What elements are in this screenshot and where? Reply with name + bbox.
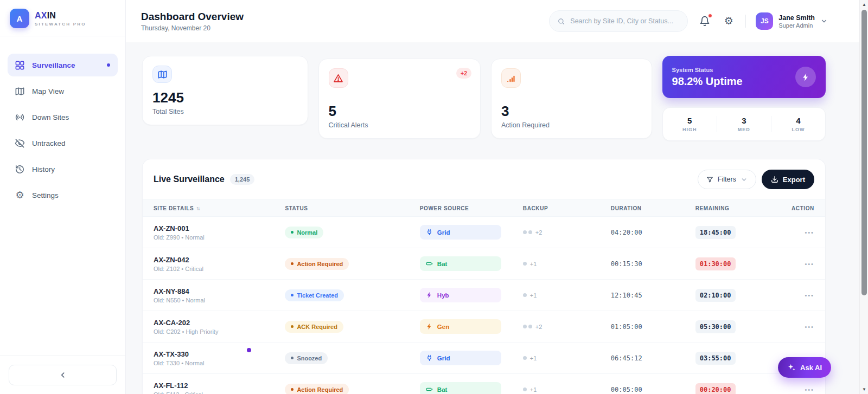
row-actions-button[interactable]: ••• (805, 229, 814, 236)
site-old-info: Old: T330 • Normal (154, 360, 205, 366)
remaining-cell: 18:45:00 (695, 226, 781, 239)
backup-dots (523, 262, 527, 266)
site-details-cell: AX-NY-884 Old: N550 • Normal (154, 287, 285, 303)
power-source-icon (426, 292, 433, 299)
duration-value: 12:10:45 (611, 292, 642, 299)
power-source-chip: Hyb (420, 288, 501, 302)
scrollbar-down-arrow[interactable]: ▼ (860, 387, 868, 392)
remaining-cell: 03:55:00 (695, 352, 781, 365)
status-badge: Snoozed (285, 352, 328, 364)
status-badge: Normal (285, 227, 323, 238)
critical-alerts-card[interactable]: +2 5 Critical Alerts (318, 59, 481, 139)
row-actions-button[interactable]: ••• (805, 261, 814, 267)
row-actions-button[interactable]: ••• (805, 324, 814, 330)
sort-icon: ↑↓ (196, 205, 199, 211)
remaining-value: 03:55:00 (695, 352, 736, 365)
power-source-chip: Grid (420, 351, 501, 365)
power-source-chip: Bat (420, 382, 501, 394)
duration-cell: 01:05:00 (611, 323, 695, 331)
site-id: AX-NY-884 (154, 287, 205, 295)
table-row[interactable]: AX-NY-884 Old: N550 • Normal Ticket Crea… (143, 280, 825, 311)
sparkle-icon (787, 363, 796, 372)
column-power-source: Power Source (420, 205, 523, 211)
remaining-cell: 00:20:00 (695, 383, 781, 394)
remaining-value: 01:30:00 (695, 257, 736, 270)
sidebar-item-map-view[interactable]: Map View (8, 80, 118, 102)
sidebar-item-surveillance[interactable]: Surveillance (8, 54, 118, 76)
download-icon (771, 176, 778, 183)
avatar: JS (756, 12, 773, 30)
ask-ai-label: Ask AI (800, 364, 822, 372)
user-menu[interactable]: JS Jane Smith Super Admin (756, 12, 828, 30)
backup-count: +1 (530, 261, 537, 267)
site-id: AX-ZN-001 (154, 224, 205, 232)
status-column: System Status 98.2% Uptime 5 HIGH 3 MED (662, 56, 826, 141)
backup-dots (523, 293, 527, 297)
sidebar-item-history[interactable]: History (8, 158, 118, 180)
backup-cell: +1 (523, 386, 611, 393)
table-row[interactable]: AX-ZN-001 Old: Z990 • Normal Normal Grid… (143, 217, 825, 248)
search-input[interactable] (570, 17, 680, 25)
ask-ai-button[interactable]: Ask AI (778, 357, 831, 378)
eye-off-icon (15, 138, 25, 148)
table-row[interactable]: AX-CA-202 Old: C202 • High Priority ACK … (143, 311, 825, 343)
filters-label: Filters (718, 176, 736, 183)
table-column-headers: Site Details↑↓ Status Power Source Backu… (143, 199, 825, 217)
brand-name: AXIN (35, 11, 86, 21)
status-cell: Snoozed (285, 352, 419, 364)
live-surveillance-panel: Live Surveillance 1,245 Filters Export S… (142, 159, 826, 394)
scrollbar-up-arrow[interactable]: ▲ (860, 2, 868, 7)
page-scrollbar[interactable]: ▲ ▼ (859, 0, 868, 394)
column-action: Action (781, 205, 814, 211)
power-source-icon (426, 323, 433, 330)
stat-cards-row: 1245 Total Sites +2 5 Critical Alerts 3 (142, 56, 826, 141)
column-status: Status (285, 205, 419, 211)
scrollbar-thumb[interactable] (861, 10, 867, 295)
power-source-icon (426, 386, 433, 393)
sidebar-item-settings[interactable]: ⚙ Settings (8, 184, 118, 206)
backup-cell: +2 (523, 229, 611, 236)
status-dot (291, 262, 293, 265)
duration-cell: 00:15:30 (611, 260, 695, 268)
severity-med-value: 3 (717, 116, 771, 125)
row-actions-button[interactable]: ••• (805, 386, 814, 393)
dashboard-grid-icon (15, 60, 25, 70)
status-badge: Action Required (285, 258, 349, 270)
funnel-icon (706, 176, 713, 183)
table-row[interactable]: AX-FL-112 Old: F112 • Critical Action Re… (143, 374, 825, 394)
total-sites-card[interactable]: 1245 Total Sites (142, 56, 308, 125)
status-badge: Action Required (285, 384, 349, 394)
sidebar-collapse-button[interactable] (9, 365, 117, 385)
total-sites-value: 1245 (152, 89, 298, 106)
site-old-info: Old: Z990 • Normal (154, 234, 205, 241)
sidebar-item-label: Map View (32, 87, 64, 95)
column-site-details[interactable]: Site Details↑↓ (154, 205, 285, 211)
site-id: AX-TX-330 (154, 350, 205, 358)
settings-button[interactable]: ⚙ (722, 14, 736, 28)
remaining-cell: 02:10:00 (695, 289, 781, 302)
site-id: AX-CA-202 (154, 319, 218, 327)
power-source-cell: Gen (420, 319, 523, 334)
duration-value: 00:15:30 (611, 260, 642, 268)
sidebar-item-untracked[interactable]: Untracked (8, 132, 118, 154)
status-dot (291, 294, 293, 296)
system-status-card[interactable]: System Status 98.2% Uptime (662, 56, 826, 98)
row-actions-button[interactable]: ••• (805, 292, 814, 299)
sidebar-nav: Surveillance Map View Down Sites Untrack… (0, 50, 125, 356)
status-cell: ACK Required (285, 321, 419, 333)
action-cell: ••• (781, 292, 814, 299)
table-row[interactable]: AX-ZN-042 Old: Z102 • Critical Action Re… (143, 248, 825, 280)
search-box[interactable] (549, 10, 688, 32)
power-source-icon (426, 229, 433, 236)
backup-dots (523, 356, 527, 360)
table-count-badge: 1,245 (230, 174, 255, 185)
backup-count: +1 (530, 355, 537, 361)
status-badge: ACK Required (285, 321, 343, 333)
filters-button[interactable]: Filters (698, 170, 756, 189)
export-button[interactable]: Export (762, 170, 814, 189)
table-row[interactable]: AX-TX-330 Old: T330 • Normal Snoozed Gri… (143, 343, 825, 374)
notifications-button[interactable] (698, 14, 712, 28)
action-required-card[interactable]: 3 Action Required (491, 59, 652, 139)
site-old-info: Old: F112 • Critical (154, 391, 203, 394)
sidebar-item-down-sites[interactable]: Down Sites (8, 106, 118, 128)
